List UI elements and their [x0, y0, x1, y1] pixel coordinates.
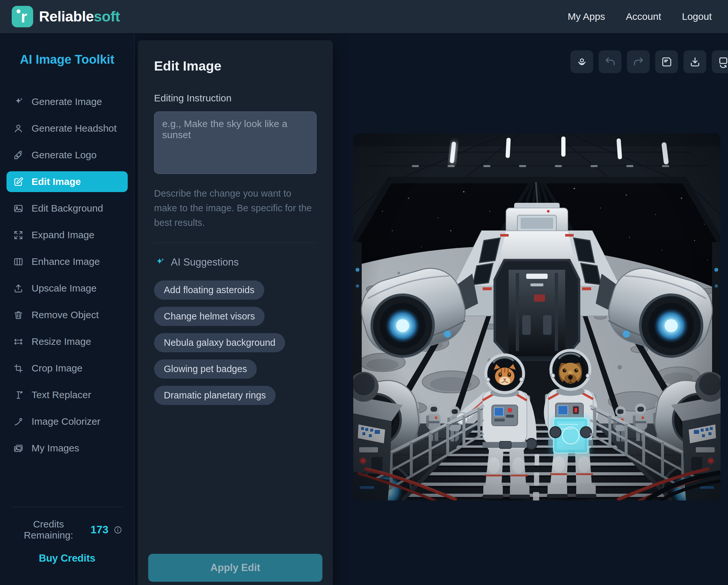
columns-icon — [13, 256, 24, 267]
sidebar-item-remove-object[interactable]: Remove Object — [6, 305, 128, 325]
sidebar-item-edit-image[interactable]: Edit Image — [6, 171, 128, 192]
info-icon[interactable] — [113, 525, 123, 535]
instruction-help-text: Describe the change you want to make to … — [154, 186, 316, 230]
suggestion-chip-4[interactable]: Dramatic planetary rings — [154, 386, 276, 405]
credits-row: Credits Remaining: 173 — [12, 519, 123, 541]
edited-image-preview[interactable] — [353, 133, 721, 501]
sidebar-item-expand-image[interactable]: Expand Image — [6, 225, 128, 245]
sidebar-item-my-images[interactable]: My Images — [6, 438, 128, 459]
export-button[interactable] — [712, 50, 728, 73]
sidebar-item-enhance-image[interactable]: Enhance Image — [6, 251, 128, 272]
panel-divider — [154, 243, 316, 243]
user-icon — [13, 123, 24, 134]
brand-wordmark: Reliablesoft — [39, 8, 120, 25]
brand-logo[interactable]: r Reliablesoft — [12, 6, 120, 27]
sidebar-item-edit-background[interactable]: Edit Background — [6, 198, 128, 219]
crop-icon — [13, 363, 24, 374]
sidebar-item-label: Remove Object — [31, 309, 99, 321]
undo-button[interactable] — [599, 50, 621, 73]
suggestion-chip-0[interactable]: Add floating asteroids — [154, 280, 264, 300]
sidebar-item-label: Edit Image — [31, 176, 81, 187]
sidebar-item-resize-image[interactable]: Resize Image — [6, 331, 128, 352]
eye-icon — [576, 56, 588, 68]
sidebar-item-crop-image[interactable]: Crop Image — [6, 358, 128, 379]
brand-logo-icon: r — [12, 6, 33, 27]
sidebar: AI Image Toolkit Generate ImageGenerate … — [0, 34, 134, 585]
suggestions-title: AI Suggestions — [171, 256, 239, 268]
sparkles-icon — [13, 97, 24, 107]
undo-icon — [604, 56, 616, 68]
download-icon — [689, 56, 701, 68]
sidebar-item-label: Generate Logo — [31, 150, 97, 160]
upload-icon — [13, 283, 24, 294]
edit-icon — [13, 176, 24, 187]
app-root: { "brand": { "logo_letter": "r", "name_p… — [0, 0, 728, 585]
brush-icon — [13, 416, 24, 427]
resize-icon — [13, 336, 24, 347]
suggestions-header: AI Suggestions — [154, 256, 316, 268]
sidebar-item-generate-logo[interactable]: Generate Logo — [6, 145, 128, 166]
view-original-button[interactable] — [570, 50, 593, 73]
suggestion-chips: Add floating asteroidsChange helmet viso… — [154, 280, 316, 405]
export-icon — [717, 56, 728, 68]
sidebar-item-generate-headshot[interactable]: Generate Headshot — [6, 118, 128, 139]
sidebar-item-label: Generate Image — [31, 96, 102, 107]
sidebar-item-label: Generate Headshot — [31, 123, 117, 134]
navbar-links: My AppsAccountLogout — [568, 11, 712, 22]
credits-footer: Credits Remaining: 173 Buy Credits — [12, 507, 123, 564]
redo-button[interactable] — [627, 50, 650, 73]
sidebar-item-label: Resize Image — [31, 336, 91, 347]
sidebar-menu: Generate ImageGenerate HeadshotGenerate … — [0, 91, 134, 459]
brand-logo-letter: r — [21, 9, 27, 25]
panel-title: Edit Image — [154, 58, 316, 74]
sidebar-item-generate-image[interactable]: Generate Image — [6, 91, 128, 112]
canvas-toolbar — [570, 50, 728, 73]
edit-panel: Edit Image Editing Instruction Describe … — [138, 40, 333, 585]
save-icon — [661, 56, 673, 68]
nav-link-my-apps[interactable]: My Apps — [568, 11, 605, 22]
nav-link-logout[interactable]: Logout — [682, 11, 712, 22]
sparkles-icon — [154, 257, 165, 268]
suggestion-chip-1[interactable]: Change helmet visors — [154, 307, 264, 326]
apply-edit-button[interactable]: Apply Edit — [148, 554, 322, 582]
sidebar-item-label: Upscale Image — [31, 283, 97, 294]
nav-link-account[interactable]: Account — [626, 11, 661, 22]
suggestion-chip-2[interactable]: Nebula galaxy background — [154, 333, 285, 352]
pen-icon — [13, 150, 24, 160]
credits-label: Credits Remaining: — [12, 519, 85, 541]
astronaut-pets-illustration — [353, 133, 721, 501]
sidebar-item-label: Expand Image — [31, 229, 94, 240]
download-button[interactable] — [683, 50, 706, 73]
text-icon — [13, 390, 24, 400]
sidebar-item-upscale-image[interactable]: Upscale Image — [6, 278, 128, 299]
sidebar-item-label: Crop Image — [31, 363, 82, 374]
sidebar-item-label: Text Replacer — [31, 389, 91, 400]
sidebar-item-text-replacer[interactable]: Text Replacer — [6, 384, 128, 405]
sidebar-item-label: Edit Background — [31, 203, 103, 214]
credits-value: 173 — [90, 524, 108, 536]
expand-icon — [13, 230, 24, 240]
sidebar-item-image-colorizer[interactable]: Image Colorizer — [6, 411, 128, 432]
sidebar-item-label: Enhance Image — [31, 256, 100, 267]
top-navbar: r Reliablesoft My AppsAccountLogout — [0, 0, 728, 34]
images-icon — [13, 443, 24, 454]
suggestion-chip-3[interactable]: Glowing pet badges — [154, 359, 257, 379]
redo-icon — [632, 56, 645, 68]
instruction-input[interactable] — [154, 111, 316, 174]
trash-icon — [13, 310, 24, 321]
buy-credits-link[interactable]: Buy Credits — [12, 553, 123, 564]
instruction-label: Editing Instruction — [154, 93, 316, 104]
save-button[interactable] — [655, 50, 678, 73]
sidebar-title: AI Image Toolkit — [0, 53, 134, 67]
photo-icon — [13, 203, 24, 214]
sidebar-item-label: Image Colorizer — [31, 416, 100, 427]
sidebar-item-label: My Images — [31, 443, 79, 454]
